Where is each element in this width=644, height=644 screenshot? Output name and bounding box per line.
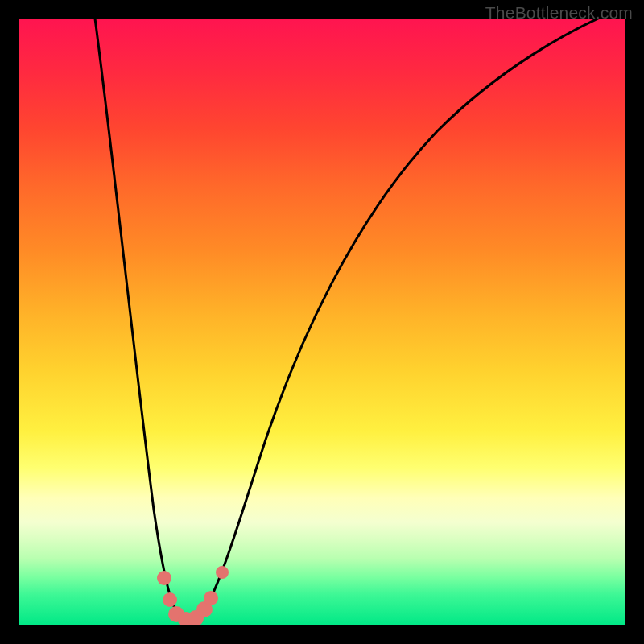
- plot-area: [19, 19, 625, 625]
- marker-dot: [163, 592, 177, 607]
- marker-dot: [216, 566, 229, 579]
- watermark-text: TheBottleneck.com: [485, 3, 633, 23]
- marker-dot: [157, 571, 171, 585]
- chart-svg: [19, 19, 625, 625]
- marker-dot: [204, 591, 218, 605]
- chart-container: TheBottleneck.com: [0, 0, 644, 644]
- main-curve: [95, 19, 625, 618]
- marker-group: [157, 566, 229, 625]
